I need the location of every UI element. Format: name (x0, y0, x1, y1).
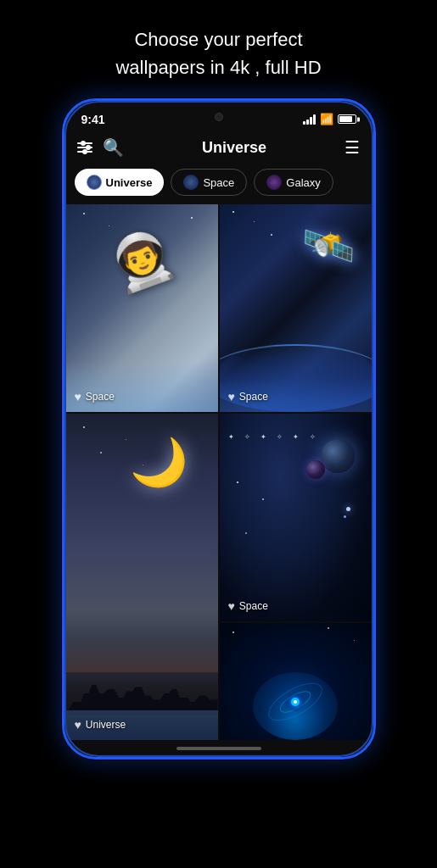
moon-city-label-text: Universe (86, 719, 126, 731)
phone-screen: 9:41 📶 (64, 101, 373, 757)
status-time: 9:41 (81, 113, 105, 126)
heart-icon-2[interactable]: ♥ (228, 390, 235, 403)
astronaut-label-text: Space (86, 391, 115, 403)
phone-frame: 9:41 📶 (62, 98, 376, 760)
planet-orb-2 (306, 460, 325, 479)
galaxy-tab-icon (266, 175, 282, 190)
heart-icon-3[interactable]: ♥ (75, 718, 81, 732)
city-silhouette (66, 672, 218, 715)
heart-icon-4[interactable]: ♥ (228, 599, 235, 613)
stars-bg (220, 414, 372, 621)
satellite-label-text: Space (239, 391, 268, 403)
stars-label: ♥ Space (228, 599, 268, 613)
moon-city-bg (66, 414, 218, 740)
wallpaper-item-moon-city[interactable]: ♥ Universe (66, 414, 218, 740)
wallpaper-item-galaxy[interactable] (220, 623, 372, 740)
astronaut-bg (66, 204, 218, 412)
search-icon[interactable]: 🔍 (103, 137, 124, 158)
moon-city-label: ♥ Universe (75, 718, 126, 732)
astronaut-label: ♥ Space (75, 390, 115, 403)
planet-orb-1 (321, 439, 355, 473)
tab-universe-label: Universe (106, 176, 153, 189)
home-indicator (64, 740, 373, 757)
signal-icon (303, 114, 316, 125)
tab-space[interactable]: Space (171, 169, 247, 196)
stars-label-text: Space (239, 600, 268, 612)
nav-title: Universe (202, 139, 266, 157)
header-text: Choose your perfect wallpapers in 4k , f… (81, 0, 355, 98)
top-nav: 🔍 Universe ☰ (64, 133, 373, 164)
wallpaper-grid: ♥ Space ♥ Space (64, 204, 373, 740)
tab-galaxy-label: Galaxy (286, 176, 320, 189)
battery-icon (338, 114, 356, 124)
tab-space-label: Space (203, 176, 234, 189)
category-tabs: Universe Space Galaxy (64, 164, 373, 204)
wifi-icon: 📶 (320, 113, 333, 125)
header-line1: Choose your perfect (134, 29, 302, 50)
wallpaper-item-stars[interactable]: ♥ Space (220, 414, 372, 621)
galaxy-bg (220, 623, 372, 740)
tab-universe[interactable]: Universe (75, 169, 165, 196)
tab-galaxy[interactable]: Galaxy (254, 169, 333, 196)
satellite-bg (220, 204, 372, 412)
hamburger-icon[interactable]: ☰ (345, 137, 360, 158)
heart-icon-1[interactable]: ♥ (75, 390, 81, 403)
galaxy-spiral (261, 668, 329, 736)
status-icons: 📶 (303, 113, 356, 125)
wallpaper-item-astronaut[interactable]: ♥ Space (66, 204, 218, 412)
camera-dot (215, 113, 223, 121)
space-tab-icon (183, 175, 199, 190)
svg-point-4 (294, 700, 297, 704)
wallpaper-item-satellite[interactable]: ♥ Space (220, 204, 372, 412)
header-line2: wallpapers in 4k , full HD (115, 57, 321, 78)
nav-left-icons: 🔍 (77, 137, 124, 158)
sliders-icon[interactable] (77, 142, 92, 153)
satellite-label: ♥ Space (228, 390, 268, 403)
universe-tab-icon (87, 175, 102, 190)
